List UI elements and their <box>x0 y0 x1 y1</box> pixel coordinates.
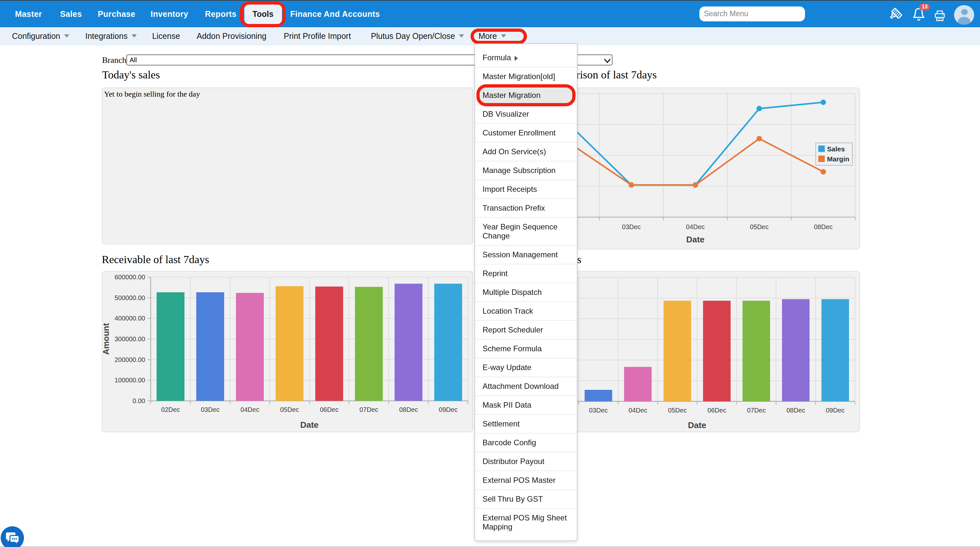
svg-text:08Dec: 08Dec <box>399 406 418 413</box>
svg-text:08Dec: 08Dec <box>786 406 805 413</box>
svg-text:04Dec: 04Dec <box>628 406 647 413</box>
svg-text:07Dec: 07Dec <box>747 406 766 413</box>
svg-text:05Dec: 05Dec <box>750 223 769 231</box>
svg-text:100000.00: 100000.00 <box>115 377 145 384</box>
svg-text:600000.00: 600000.00 <box>115 274 145 281</box>
svg-text:500000.00: 500000.00 <box>115 294 145 301</box>
svg-text:05Dec: 05Dec <box>280 406 299 413</box>
svg-text:08Dec: 08Dec <box>814 223 832 231</box>
svg-text:Date: Date <box>686 235 704 244</box>
svg-text:05Dec: 05Dec <box>668 406 687 413</box>
svg-text:03Dec: 03Dec <box>201 406 220 413</box>
svg-text:04Dec: 04Dec <box>686 223 705 231</box>
svg-text:09Dec: 09Dec <box>826 406 845 413</box>
svg-text:06Dec: 06Dec <box>320 406 339 413</box>
svg-text:07Dec: 07Dec <box>360 406 378 413</box>
svg-text:Date: Date <box>688 420 706 430</box>
svg-text:Sales: Sales <box>827 145 845 153</box>
svg-text:0.00: 0.00 <box>132 397 145 404</box>
svg-text:300000.00: 300000.00 <box>115 336 145 342</box>
svg-text:400000.00: 400000.00 <box>115 315 145 322</box>
svg-text:200000.00: 200000.00 <box>115 356 145 363</box>
svg-text:09Dec: 09Dec <box>439 406 458 413</box>
svg-text:Date: Date <box>300 420 318 430</box>
svg-text:04Dec: 04Dec <box>240 406 259 413</box>
svg-text:03Dec: 03Dec <box>622 223 641 231</box>
svg-text:02Dec: 02Dec <box>161 406 180 413</box>
svg-text:06Dec: 06Dec <box>708 406 726 413</box>
svg-text:Margin: Margin <box>827 155 850 163</box>
svg-text:Amount: Amount <box>102 323 111 355</box>
svg-text:03Dec: 03Dec <box>589 406 608 413</box>
